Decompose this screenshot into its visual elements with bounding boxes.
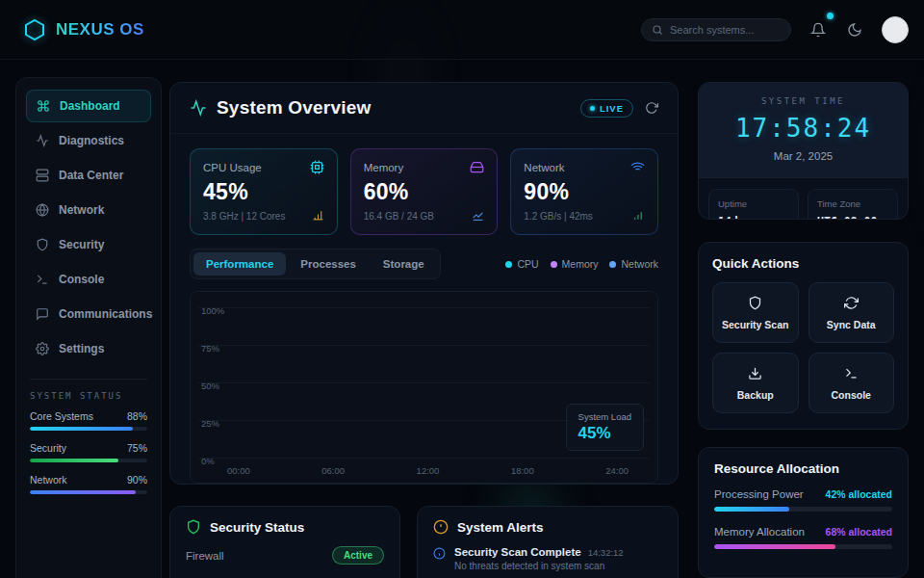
x-axis-tick: 12:00 [417, 465, 440, 476]
backup-button[interactable]: Backup [712, 353, 799, 413]
live-dot-icon [590, 106, 595, 111]
sidebar-item-data-center[interactable]: Data Center [26, 159, 151, 192]
avatar[interactable] [882, 16, 909, 43]
system-load-value: 45% [578, 424, 631, 443]
tab-processes[interactable]: Processes [288, 252, 369, 276]
shield-icon [36, 238, 49, 251]
resource-row-memory: Memory Allocation 68% allocated [714, 526, 892, 549]
chat-icon [36, 307, 49, 321]
status-label: Core Systems [30, 410, 93, 422]
alert-item[interactable]: Security Scan Complete 14:32:12 No threa… [433, 546, 662, 571]
security-scan-button[interactable]: Security Scan [712, 282, 799, 343]
system-time-label: SYSTEM TIME [708, 96, 898, 106]
signal-bars-icon [632, 209, 645, 222]
gear-icon [36, 342, 49, 355]
stat-detail: 3.8 GHz | 12 Cores [203, 211, 285, 222]
resource-row-processing: Processing Power 42% allocated [714, 488, 892, 512]
status-value: 90% [127, 474, 147, 486]
activity-icon [190, 99, 207, 117]
search-input[interactable] [670, 24, 781, 36]
system-alerts-card: System Alerts Security Scan Complete 14:… [417, 506, 679, 578]
server-icon [36, 169, 49, 182]
x-axis: 00:00 06:00 12:00 18:00 24:00 [198, 465, 650, 476]
shield-icon [186, 519, 201, 535]
stat-card-memory[interactable]: Memory 60% 16.4 GB / 24 GB [350, 148, 499, 235]
wifi-icon [630, 160, 645, 174]
sidebar-item-security[interactable]: Security [26, 228, 151, 261]
info-icon [433, 547, 446, 560]
stat-value: 60% [364, 179, 485, 205]
sidebar-item-network[interactable]: Network [26, 194, 151, 226]
nexus-logo-icon [23, 18, 46, 41]
system-date: Mar 2, 2025 [708, 150, 898, 162]
sidebar-item-label: Data Center [59, 169, 123, 182]
card-title: System Alerts [457, 520, 544, 535]
sidebar-item-console[interactable]: Console [26, 263, 151, 296]
gridline [198, 345, 650, 346]
status-badge: Active [332, 546, 384, 565]
progress-fill [714, 507, 789, 512]
sidebar-item-label: Settings [59, 342, 104, 355]
system-time-value: 17:58:24 [708, 114, 898, 143]
status-label: Network [30, 474, 67, 486]
alert-detail: No threats detected in system scan [454, 561, 624, 571]
legend-dot-icon [551, 261, 557, 268]
system-load-box: System Load 45% [566, 404, 644, 451]
timezone-label: Time Zone [817, 198, 888, 209]
alert-timestamp: 14:32:12 [588, 547, 624, 558]
stat-card-cpu[interactable]: CPU Usage 45% 3.8 GHz | 12 Cores [190, 148, 338, 235]
sidebar: Dashboard Diagnostics Data Center Networ… [15, 77, 162, 578]
quick-actions-title: Quick Actions [712, 256, 894, 271]
system-overview-panel: System Overview LIVE CPU Usage [169, 82, 679, 485]
y-axis-tick: 25% [201, 418, 219, 429]
memory-icon [470, 160, 484, 174]
status-label: Security [30, 442, 66, 454]
timezone-card: Time Zone UTC-08:00 [808, 189, 898, 220]
stat-value: 45% [203, 179, 324, 205]
resource-allocation-panel: Resource Allocation Processing Power 42%… [698, 447, 909, 578]
line-chart-icon [472, 209, 484, 222]
performance-chart[interactable]: 100% 75% 50% 25% 0% 00:00 06:00 12:00 18… [190, 291, 658, 484]
tab-storage[interactable]: Storage [371, 252, 437, 276]
security-status-card: Security Status Firewall Active [169, 506, 400, 578]
search-box[interactable] [641, 18, 791, 41]
sidebar-item-diagnostics[interactable]: Diagnostics [26, 124, 151, 157]
console-button[interactable]: Console [808, 353, 895, 413]
resource-label: Processing Power [714, 488, 804, 500]
legend-item-memory: Memory [551, 258, 599, 270]
refresh-icon [645, 101, 658, 115]
top-bar: NEXUS OS [0, 0, 924, 60]
stat-value: 90% [524, 179, 645, 205]
status-row-core-systems: Core Systems 88% [30, 410, 147, 431]
divider [30, 379, 147, 380]
x-axis-tick: 24:00 [605, 465, 629, 476]
stat-label: CPU Usage [203, 162, 262, 173]
card-title: Security Status [210, 520, 304, 535]
uptime-value: 14d 06:42:18 [718, 214, 789, 220]
x-axis-tick: 00:00 [227, 465, 250, 476]
tab-performance[interactable]: Performance [193, 252, 286, 276]
firewall-row: Firewall Active [186, 546, 384, 565]
stat-card-network[interactable]: Network 90% 1.2 GB/s | 42ms [510, 148, 658, 235]
sidebar-item-label: Security [59, 238, 104, 251]
globe-icon [36, 203, 49, 217]
activity-icon [36, 134, 49, 147]
sidebar-item-dashboard[interactable]: Dashboard [26, 90, 151, 122]
notifications-button[interactable] [808, 20, 828, 39]
resource-value: 42% allocated [826, 488, 892, 500]
gridline [198, 458, 650, 459]
status-value: 88% [127, 410, 147, 422]
system-time-panel: SYSTEM TIME 17:58:24 Mar 2, 2025 Uptime … [698, 82, 909, 220]
sidebar-item-settings[interactable]: Settings [26, 332, 151, 365]
sidebar-item-communications[interactable]: Communications [26, 298, 151, 330]
refresh-button[interactable] [645, 101, 658, 115]
theme-toggle-button[interactable] [845, 20, 864, 39]
sidebar-item-label: Network [59, 203, 104, 217]
resource-allocation-title: Resource Allocation [714, 461, 892, 476]
y-axis-tick: 100% [201, 305, 224, 316]
sync-data-button[interactable]: Sync Data [808, 282, 895, 343]
sidebar-item-label: Diagnostics [59, 134, 124, 147]
progress-track [30, 490, 147, 494]
brand[interactable]: NEXUS OS [23, 18, 144, 41]
brand-name: NEXUS OS [56, 20, 144, 39]
